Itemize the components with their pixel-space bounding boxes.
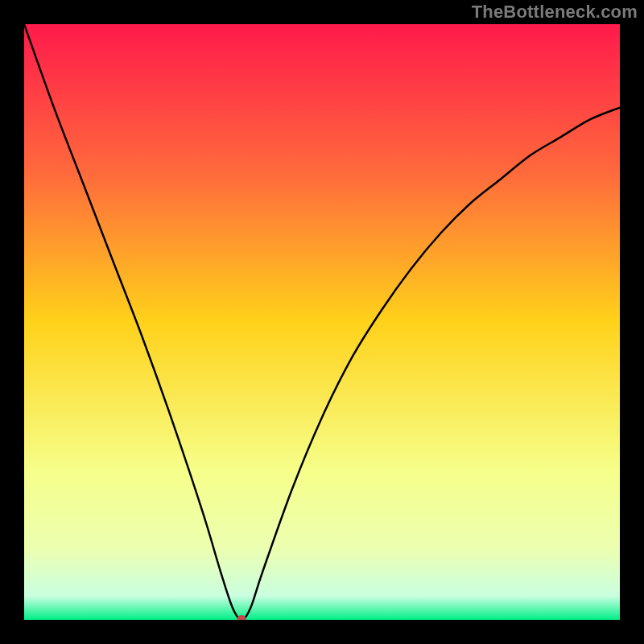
- plot-area: [24, 24, 620, 620]
- gradient-background: [24, 24, 620, 620]
- chart-frame: TheBottleneck.com: [0, 0, 644, 644]
- chart-svg: [24, 24, 620, 620]
- watermark-text: TheBottleneck.com: [472, 2, 638, 23]
